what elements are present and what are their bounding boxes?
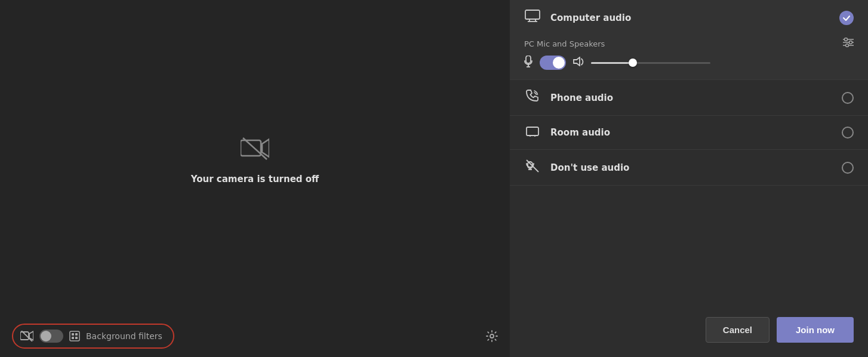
mic-speakers-title: PC Mic and Speakers (524, 39, 605, 48)
svg-point-19 (845, 38, 848, 41)
svg-rect-22 (526, 56, 531, 63)
room-audio-icon (524, 125, 541, 140)
room-audio-label: Room audio (550, 127, 832, 138)
no-audio-radio (842, 162, 854, 174)
camera-off-text: Your camera is turned off (191, 174, 319, 184)
svg-rect-10 (75, 337, 78, 339)
volume-slider[interactable] (591, 62, 710, 64)
left-panel: Your camera is turned off (0, 0, 510, 357)
camera-toggle-icon[interactable] (20, 331, 33, 341)
camera-toggle-group[interactable]: Background filters (12, 324, 174, 349)
phone-audio-icon (524, 90, 541, 106)
volume-slider-fill (591, 62, 633, 64)
svg-rect-26 (527, 127, 538, 136)
speaker-icon (573, 57, 584, 69)
computer-audio-label: Computer audio (550, 13, 830, 23)
svg-rect-6 (70, 331, 79, 341)
right-panel: Computer audio PC Mic and Speakers (510, 0, 868, 357)
svg-line-32 (527, 160, 538, 172)
settings-button[interactable] (486, 330, 498, 342)
room-audio-radio (842, 127, 854, 139)
svg-rect-8 (75, 333, 78, 336)
phone-audio-label: Phone audio (550, 93, 832, 103)
phone-audio-option[interactable]: Phone audio (510, 80, 868, 116)
computer-audio-icon (524, 10, 541, 26)
mic-speakers-controls (524, 56, 854, 70)
svg-marker-25 (574, 57, 580, 66)
mic-toggle-knob (553, 57, 565, 69)
svg-rect-9 (72, 337, 74, 339)
svg-point-21 (846, 44, 849, 47)
svg-marker-1 (262, 139, 269, 157)
svg-point-11 (490, 334, 494, 338)
no-audio-option[interactable]: Don't use audio (510, 150, 868, 186)
svg-rect-12 (525, 10, 540, 19)
svg-rect-0 (241, 140, 261, 156)
mic-toggle[interactable] (540, 56, 566, 70)
background-filter-label[interactable]: Background filters (86, 331, 162, 341)
no-audio-icon (524, 159, 541, 176)
camera-toggle-switch[interactable] (39, 330, 63, 343)
volume-slider-thumb (629, 59, 637, 67)
svg-point-20 (849, 41, 852, 44)
camera-off-area: Your camera is turned off (191, 137, 319, 184)
mic-icon (524, 56, 533, 70)
phone-audio-radio (842, 92, 854, 104)
bottom-buttons: Cancel Join now (510, 305, 868, 357)
svg-rect-7 (72, 333, 74, 336)
computer-audio-header[interactable]: Computer audio (510, 0, 868, 35)
computer-audio-section: Computer audio PC Mic and Speakers (510, 0, 868, 80)
camera-off-icon (241, 137, 269, 165)
bottom-bar: Background filters (0, 315, 510, 357)
toggle-knob (41, 331, 51, 341)
cancel-button[interactable]: Cancel (706, 317, 769, 343)
mic-speakers-row: PC Mic and Speakers (510, 35, 868, 79)
background-filter-icon (69, 331, 80, 341)
computer-audio-selected-indicator (839, 11, 854, 25)
join-now-button[interactable]: Join now (777, 317, 854, 343)
no-audio-label: Don't use audio (550, 162, 832, 173)
mic-speakers-settings-icon[interactable] (843, 38, 854, 50)
room-audio-option[interactable]: Room audio (510, 116, 868, 150)
